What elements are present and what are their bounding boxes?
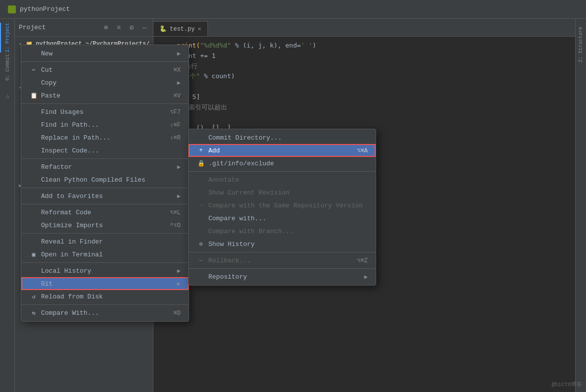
submenu-item-commit-dir[interactable]: Commit Directory... (189, 131, 376, 144)
submenu-item-git-exclude[interactable]: 🔒 .git/info/exclude (189, 157, 376, 170)
sidebar-label-commit: 0: Commit (5, 54, 10, 81)
add-file-icon[interactable]: ⊕ (101, 23, 110, 32)
menu-label-find-in-path: Find in Path... (41, 121, 170, 129)
menu-label-find-usages: Find Usages (41, 108, 170, 116)
editor-tab-test-py[interactable]: 🐍 test.py ✕ (153, 21, 208, 36)
menu-item-clean-python[interactable]: Clean Python Compiled Files (21, 173, 189, 186)
submenu-separator (189, 252, 376, 252)
submenu-label-show-history: Show History (208, 241, 255, 248)
watermark: @51CTO博客 (551, 381, 582, 388)
submenu-item-compare-with[interactable]: Compare with... (189, 212, 376, 225)
left-sidebar: 1: Project 0: Commit ⑃ (0, 19, 15, 392)
shortcut-compare: ⌘D (174, 309, 181, 317)
rollback-icon: ↩ (196, 257, 205, 264)
submenu-item-compare-with-branch: Compare with Branch... (189, 225, 376, 238)
menu-label-open-terminal: Open in Terminal (41, 251, 181, 258)
python-tab-icon: 🐍 (159, 25, 167, 33)
submenu-item-repository[interactable]: Repository ▶ (189, 270, 376, 283)
submenu-label-commit-dir: Commit Directory... (208, 134, 282, 142)
menu-item-add-favorites[interactable]: Add to Favorites ▶ (21, 190, 189, 202)
submenu-label-git-exclude: .git/info/exclude (208, 160, 274, 167)
menu-label-copy: Copy (41, 79, 177, 87)
menu-label-compare-with: Compare With... (41, 309, 174, 317)
shortcut-add: ⌥⌘A (357, 147, 368, 154)
menu-label-inspect-code: Inspect Code... (41, 147, 181, 154)
menu-item-copy[interactable]: Copy ▶ (21, 76, 189, 89)
menu-separator (21, 61, 189, 62)
submenu-label-annotate: Annotate (208, 176, 239, 184)
submenu-arrow-icon: ▶ (177, 163, 181, 171)
submenu-label-compare-same-repo: Compare with the Same Repository Version (208, 202, 363, 209)
submenu-arrow-icon: ▶ (177, 79, 181, 87)
menu-separator (21, 158, 189, 159)
menu-separator (21, 103, 189, 104)
sidebar-item-commit[interactable]: 0: Commit (0, 52, 14, 82)
shortcut-rollback: ⌥⌘Z (357, 257, 368, 264)
submenu-label-repository: Repository (208, 273, 247, 281)
menu-label-clean-python: Clean Python Compiled Files (41, 176, 181, 184)
gear-icon[interactable]: ⚙ (127, 23, 136, 32)
submenu-label-compare-with: Compare with... (208, 215, 266, 222)
menu-item-refactor[interactable]: Refactor ▶ (21, 160, 189, 173)
menu-item-paste[interactable]: 📋 Paste ⌘V (21, 89, 189, 102)
menu-separator (21, 233, 189, 234)
reload-icon: ↺ (29, 293, 38, 300)
menu-item-reload-from-disk[interactable]: ↺ Reload from Disk (21, 290, 189, 303)
code-line: 100]) #索引可以超出 (161, 102, 567, 113)
menu-label-local-history: Local History (41, 267, 177, 275)
shortcut-reformat: ⌥⌘L (170, 209, 181, 216)
submenu-label-add: Add (208, 147, 220, 154)
title-bar: pythonProject (0, 0, 586, 19)
sidebar-item-git[interactable]: ⑃ (0, 82, 14, 112)
exclude-icon: 🔒 (196, 160, 205, 167)
menu-item-find-in-path[interactable]: Find in Path... ⇧⌘F (21, 118, 189, 131)
git-icon: ⑃ (6, 94, 9, 100)
menu-label-reformat-code: Reformat Code (41, 209, 170, 216)
sidebar-label-structure: Z: Structure (578, 27, 584, 62)
settings-icon[interactable]: ≡ (114, 23, 123, 32)
menu-item-optimize-imports[interactable]: Optimize Imports ^⌥O (21, 219, 189, 232)
paste-icon: 📋 (29, 92, 38, 99)
menu-label-reload-from-disk: Reload from Disk (41, 293, 181, 300)
cut-icon: ✂ (29, 66, 38, 74)
submenu-item-rollback: ↩ Rollback... ⌥⌘Z (189, 254, 376, 267)
sidebar-label-project: 1: Project (5, 23, 10, 52)
minimize-icon[interactable]: — (140, 23, 149, 32)
submenu-item-add[interactable]: + Add ⌥⌘A (189, 144, 376, 157)
code-line (161, 113, 567, 123)
project-toolbar: Project ⊕ ≡ ⚙ — (15, 19, 153, 37)
add-icon: + (196, 147, 205, 154)
menu-label-new: New (41, 50, 177, 57)
menu-item-compare-with[interactable]: ⇆ Compare With... ⌘D (21, 306, 189, 319)
compare-icon: ⇆ (29, 309, 38, 317)
code-line: print("%d%d%d" % (i, j, k), end=' ') (161, 41, 567, 51)
right-sidebar: Z: Structure (575, 19, 586, 392)
menu-item-git[interactable]: Git ▶ (21, 277, 189, 290)
submenu-arrow-icon: ▶ (177, 280, 181, 288)
menu-item-new[interactable]: New ▶ (21, 47, 189, 60)
menu-item-reformat-code[interactable]: Reformat Code ⌥⌘L (21, 206, 189, 219)
menu-item-open-terminal[interactable]: ▣ Open in Terminal (21, 248, 189, 261)
shortcut-paste: ⌘V (174, 92, 181, 99)
menu-item-local-history[interactable]: Local History ▶ (21, 264, 189, 277)
code-line: count += 1 (161, 51, 567, 61)
shortcut-optimize: ^⌥O (170, 222, 181, 229)
menu-item-cut[interactable]: ✂ Cut ⌘X (21, 63, 189, 76)
menu-label-reveal-finder: Reveal in Finder (41, 238, 181, 245)
submenu-label-compare-with-branch: Compare with Branch... (208, 228, 293, 235)
submenu-item-show-history[interactable]: ⊙ Show History (189, 238, 376, 250)
submenu-separator (189, 171, 376, 172)
sidebar-item-structure[interactable]: Z: Structure (576, 23, 586, 66)
menu-label-add-favorites: Add to Favorites (41, 193, 177, 200)
menu-item-inspect-code[interactable]: Inspect Code... (21, 144, 189, 157)
tab-close-icon[interactable]: ✕ (197, 25, 201, 33)
code-line: , 3, 4, 5] (161, 92, 567, 102)
shortcut-cut: ⌘X (174, 66, 181, 74)
code-line (161, 82, 567, 92)
menu-item-reveal-finder[interactable]: Reveal in Finder (21, 235, 189, 248)
menu-item-find-usages[interactable]: Find Usages ⌥F7 (21, 105, 189, 118)
submenu-arrow-icon: ▶ (177, 267, 181, 275)
menu-item-replace-in-path[interactable]: Replace in Path... ⇧⌘R (21, 131, 189, 144)
compare-repo-icon: → (196, 202, 205, 209)
sidebar-item-project[interactable]: 1: Project (0, 23, 14, 52)
